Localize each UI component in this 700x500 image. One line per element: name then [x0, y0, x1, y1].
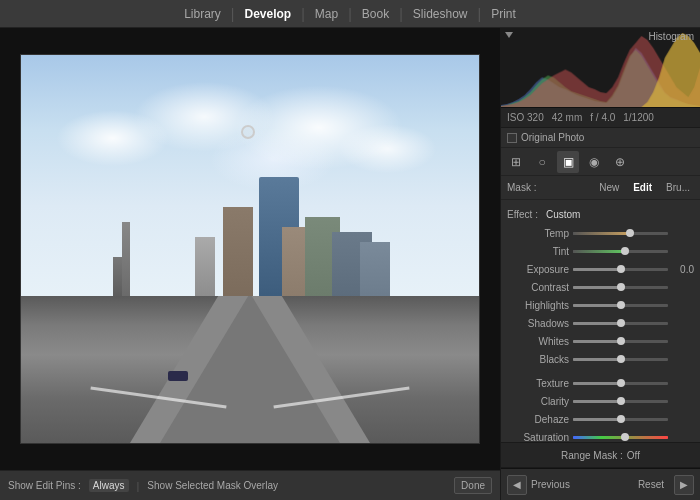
slider-track-clarity[interactable] [573, 400, 668, 403]
slider-track-dehaze[interactable] [573, 418, 668, 421]
slider-name-highlights: Highlights [507, 300, 569, 311]
top-nav: Library | Develop | Map | Book | Slidesh… [0, 0, 700, 28]
slider-thumb-contrast[interactable] [617, 283, 625, 291]
effect-row: Effect : Custom [501, 204, 700, 224]
slider-track-whites[interactable] [573, 340, 668, 343]
slider-name-shadows: Shadows [507, 318, 569, 329]
right-bottom-bar: ◀ Previous Reset ▶ [501, 468, 700, 500]
mask-pin[interactable] [241, 125, 255, 139]
nav-slideshow[interactable]: Slideshow [403, 0, 478, 27]
slider-fill-dehaze [573, 418, 621, 421]
slider-track-exposure[interactable] [573, 268, 668, 271]
slider-name-blacks: Blacks [507, 354, 569, 365]
extra-tool-icon[interactable]: ⊕ [609, 151, 631, 173]
grid-tool-icon[interactable]: ⊞ [505, 151, 527, 173]
slider-name-saturation: Saturation [507, 432, 569, 443]
bldg-tower [122, 222, 130, 307]
slider-fill-blacks [573, 358, 621, 361]
show-pins-value[interactable]: Always [89, 479, 129, 492]
slider-track-texture[interactable] [573, 382, 668, 385]
effect-select[interactable]: Custom [546, 209, 580, 220]
slider-track-contrast[interactable] [573, 286, 668, 289]
range-mask-value[interactable]: Off [627, 450, 640, 461]
road-layer [21, 296, 479, 443]
slider-row-blacks: Blacks [501, 350, 700, 368]
mask-label: Mask : [507, 182, 536, 193]
slider-thumb-exposure[interactable] [617, 265, 625, 273]
range-mask-label: Range Mask : [561, 450, 623, 461]
sliders-panel: Effect : Custom TempTintExposure0.0Contr… [501, 200, 700, 442]
bottom-sep: | [137, 480, 140, 492]
photo-canvas [20, 54, 480, 444]
aperture-value: f / 4.0 [590, 112, 615, 123]
histogram: Histogram [501, 28, 700, 108]
brush-tool-icon[interactable]: ◉ [583, 151, 605, 173]
slider-fill-shadows [573, 322, 621, 325]
slider-track-highlights[interactable] [573, 304, 668, 307]
slider-fill-exposure [573, 268, 621, 271]
photo-panel: Show Edit Pins : Always | Show Selected … [0, 28, 500, 500]
slider-thumb-tint[interactable] [621, 247, 629, 255]
nav-map[interactable]: Map [305, 0, 348, 27]
mask-new-btn[interactable]: New [595, 181, 623, 194]
slider-thumb-saturation[interactable] [621, 433, 629, 441]
original-photo-label: Original Photo [521, 132, 584, 143]
circle-tool-icon[interactable]: ○ [531, 151, 553, 173]
original-photo-checkbox[interactable] [507, 133, 517, 143]
slider-name-contrast: Contrast [507, 282, 569, 293]
mask-brush-btn[interactable]: Bru... [662, 181, 694, 194]
tool-bar: ⊞ ○ ▣ ◉ ⊕ [501, 148, 700, 176]
iso-value: ISO 320 [507, 112, 544, 123]
slider-row-shadows: Shadows [501, 314, 700, 332]
slider-thumb-highlights[interactable] [617, 301, 625, 309]
mask-edit-btn[interactable]: Edit [629, 181, 656, 194]
slider-track-blacks[interactable] [573, 358, 668, 361]
next-arrow[interactable]: ▶ [674, 475, 694, 495]
show-pins-label: Show Edit Pins : [8, 480, 81, 491]
slider-row-contrast: Contrast [501, 278, 700, 296]
slider-thumb-temp[interactable] [626, 229, 634, 237]
slider-row-tint: Tint [501, 242, 700, 260]
slider-thumb-blacks[interactable] [617, 355, 625, 363]
photo-bottom-bar: Show Edit Pins : Always | Show Selected … [0, 470, 500, 500]
previous-btn[interactable]: Previous [531, 479, 570, 490]
range-mask-bar: Range Mask : Off [501, 442, 700, 468]
building-2 [223, 207, 253, 307]
nav-book[interactable]: Book [352, 0, 399, 27]
slider-name-exposure: Exposure [507, 264, 569, 275]
slider-row-temp: Temp [501, 224, 700, 242]
slider-track-temp[interactable] [573, 232, 668, 235]
mask-bar: Mask : New Edit Bru... [501, 176, 700, 200]
nav-print[interactable]: Print [481, 0, 526, 27]
slider-fill-tint [573, 250, 625, 253]
nav-develop[interactable]: Develop [234, 0, 301, 27]
slider-row-highlights: Highlights [501, 296, 700, 314]
shutter-value: 1/1200 [623, 112, 654, 123]
slider-fill-whites [573, 340, 621, 343]
histogram-title: Histogram [648, 31, 694, 42]
effect-label: Effect : [507, 209, 542, 220]
slider-value-exposure: 0.0 [672, 264, 694, 275]
slider-thumb-dehaze[interactable] [617, 415, 625, 423]
slider-track-saturation[interactable] [573, 436, 668, 439]
slider-name-texture: Texture [507, 378, 569, 389]
reset-btn[interactable]: Reset [632, 477, 670, 492]
slider-row-clarity: Clarity [501, 392, 700, 410]
slider-thumb-texture[interactable] [617, 379, 625, 387]
slider-track-tint[interactable] [573, 250, 668, 253]
slider-thumb-shadows[interactable] [617, 319, 625, 327]
rect-tool-icon[interactable]: ▣ [557, 151, 579, 173]
car [168, 371, 188, 381]
slider-name-whites: Whites [507, 336, 569, 347]
slider-name-clarity: Clarity [507, 396, 569, 407]
slider-thumb-clarity[interactable] [617, 397, 625, 405]
photo-container[interactable] [0, 28, 500, 470]
slider-row-exposure: Exposure0.0 [501, 260, 700, 278]
show-mask-label: Show Selected Mask Overlay [147, 480, 278, 491]
done-button[interactable]: Done [454, 477, 492, 494]
prev-arrow[interactable]: ◀ [507, 475, 527, 495]
nav-library[interactable]: Library [174, 0, 231, 27]
slider-thumb-whites[interactable] [617, 337, 625, 345]
slider-track-shadows[interactable] [573, 322, 668, 325]
buildings-layer [21, 171, 479, 307]
